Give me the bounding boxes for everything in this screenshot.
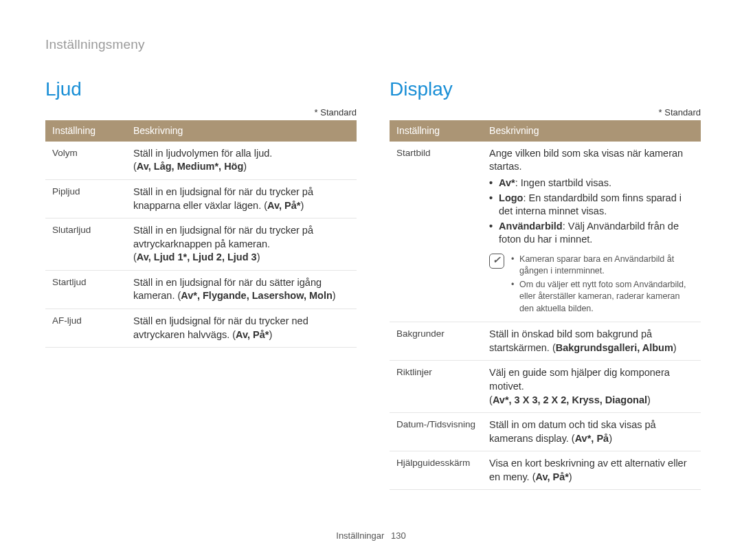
setting-desc: Ange vilken bild som ska visas när kamer… (482, 142, 701, 322)
th-desc: Beskrivning (482, 120, 701, 142)
setting-label: Startbild (390, 142, 482, 322)
list-item: Av*: Ingen startbild visas. (489, 177, 694, 190)
setting-desc: Visa en kort beskrivning av ett alternat… (482, 451, 701, 490)
display-table: Inställning Beskrivning Startbild Ange v… (390, 120, 701, 490)
setting-label: Slutarljud (45, 219, 126, 271)
list-item: Användarbild: Välj Användarbild från de … (489, 220, 694, 247)
setting-label: AF-ljud (45, 309, 126, 347)
setting-label: Startljud (45, 270, 126, 309)
setting-label: Hjälpguidesskärm (390, 451, 482, 490)
note-icon: ✓ (489, 254, 504, 269)
th-desc: Beskrivning (126, 120, 357, 142)
th-setting: Inställning (390, 120, 482, 142)
th-setting: Inställning (45, 120, 126, 142)
setting-desc: Ställ in en ljudsignal för när du trycke… (126, 180, 357, 219)
table-row: Datum-/Tidsvisning Ställ in om datum och… (390, 413, 701, 451)
standard-note: * Standard (45, 107, 357, 117)
table-row: Hjälpguidesskärm Visa en kort beskrivnin… (390, 451, 701, 490)
table-row: Volym Ställ in ljudvolymen för alla ljud… (45, 142, 357, 180)
table-row: Riktlinjer Välj en guide som hjälper dig… (390, 361, 701, 413)
list-item: Kameran sparar bara en Användarbild åt g… (511, 254, 694, 278)
sound-section: Ljud * Standard Inställning Beskrivning … (45, 78, 357, 490)
setting-label: Datum-/Tidsvisning (390, 413, 482, 451)
option-list: Av*: Ingen startbild visas. Logo: En sta… (489, 177, 694, 247)
sound-title: Ljud (45, 78, 357, 100)
setting-desc: Ställ in en ljudsignal för när du sätter… (126, 270, 357, 309)
list-item: Om du väljer ett nytt foto som Användarb… (511, 279, 694, 315)
setting-label: Bakgrunder (390, 322, 482, 361)
sound-table: Inställning Beskrivning Volym Ställ in l… (45, 120, 357, 348)
standard-note: * Standard (390, 107, 701, 117)
table-row: Startbild Ange vilken bild som ska visas… (390, 142, 701, 322)
setting-label: Pipljud (45, 180, 126, 219)
page-number: 130 (391, 530, 406, 541)
display-section: Display * Standard Inställning Beskrivni… (390, 78, 701, 490)
breadcrumb: Inställningsmeny (45, 37, 701, 52)
list-item: Logo: En standardbild som finns sparad i… (489, 192, 694, 219)
note-list: Kameran sparar bara en Användarbild åt g… (511, 254, 694, 317)
table-row: Startljud Ställ in en ljudsignal för när… (45, 270, 357, 309)
setting-desc: Ställ in en ljudsignal för när du trycke… (126, 219, 357, 271)
setting-desc: Ställ in om datum och tid ska visas på k… (482, 413, 701, 451)
note-box: ✓ Kameran sparar bara en Användarbild åt… (489, 254, 694, 317)
setting-desc: Ställ en ljudsignal för när du trycker n… (126, 309, 357, 347)
table-row: AF-ljud Ställ en ljudsignal för när du t… (45, 309, 357, 347)
page-footer: Inställningar 130 (0, 530, 742, 541)
setting-desc: Ställ in ljudvolymen för alla ljud. (Av,… (126, 142, 357, 180)
table-row: Slutarljud Ställ in en ljudsignal för nä… (45, 219, 357, 271)
setting-desc: Ställ in önskad bild som bakgrund på sta… (482, 322, 701, 361)
setting-label: Volym (45, 142, 126, 180)
footer-label: Inställningar (336, 530, 384, 541)
setting-label: Riktlinjer (390, 361, 482, 413)
table-row: Pipljud Ställ in en ljudsignal för när d… (45, 180, 357, 219)
setting-desc: Välj en guide som hjälper dig komponera … (482, 361, 701, 413)
table-row: Bakgrunder Ställ in önskad bild som bakg… (390, 322, 701, 361)
display-title: Display (390, 78, 701, 100)
